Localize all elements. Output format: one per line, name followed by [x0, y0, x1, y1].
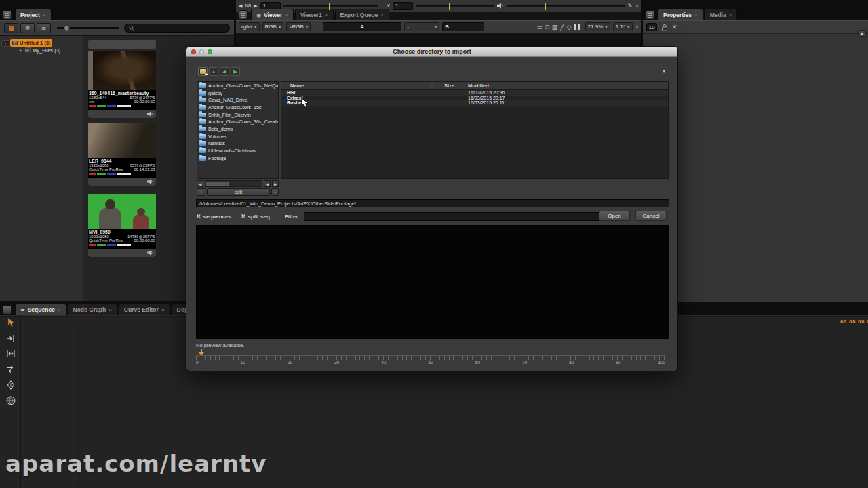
close-icon[interactable]: × — [285, 12, 288, 18]
slider-knob[interactable] — [64, 25, 70, 31]
path-field[interactable]: /Volumes/creative/01_Wip_Demo_Projects/A… — [196, 199, 669, 207]
favorite-item-volumes[interactable]: Volumes — [197, 133, 278, 140]
add-favorite-button[interactable]: + — [197, 188, 205, 196]
clip-audio-bar[interactable] — [88, 249, 156, 257]
edit-favorite-button[interactable]: edit — [207, 188, 270, 196]
zoom-select[interactable]: 21.9%▾ — [585, 22, 610, 31]
tab-viewer[interactable]: ◉Viewer× — [251, 9, 294, 20]
wipe-icon[interactable]: ▨ — [552, 24, 558, 30]
slider-tick[interactable] — [545, 3, 546, 10]
tab-sequence[interactable]: ≣Sequence× — [15, 304, 66, 315]
playback-slider[interactable] — [507, 1, 625, 11]
channels-select[interactable]: rgba▾ — [239, 22, 260, 31]
panel-collapse-icon[interactable]: ▲ — [858, 30, 866, 37]
import-icon[interactable]: ↓ — [1, 40, 9, 47]
clear-panels-icon[interactable]: ✕ — [672, 24, 677, 30]
gamma-slider[interactable] — [416, 1, 494, 11]
monitor-out-icon[interactable]: ▭ — [537, 24, 543, 30]
panel-menu-icon[interactable] — [3, 305, 12, 314]
tab-node-graph[interactable]: Node Graph× — [68, 304, 117, 315]
new-folder-button[interactable] — [198, 67, 208, 76]
layer-select[interactable]: RGB▾ — [262, 22, 284, 31]
close-icon[interactable]: × — [108, 307, 112, 313]
scroll-left-icon[interactable]: ◀ — [197, 180, 203, 187]
favorites-hscrollbar[interactable]: ◀ ◀ ▶ — [197, 180, 279, 187]
close-icon[interactable]: × — [161, 307, 165, 313]
favorite-item-cows-nab-drive[interactable]: Cows_NAB_Drive — [197, 96, 278, 104]
open-button[interactable]: Open — [599, 211, 630, 221]
sync-globe-button[interactable] — [4, 394, 18, 407]
blend-mode-select[interactable]: -▾ — [404, 22, 439, 31]
preview-ruler[interactable] — [196, 355, 665, 360]
input-a-field[interactable]: A — [323, 22, 401, 31]
bin-row-myfiles[interactable]: + My_Files (3) — [0, 47, 83, 54]
multitool-button[interactable] — [4, 317, 18, 329]
clip-card-ler-9844[interactable]: LER_98441920x1080657f @25FPSQuickTime Pr… — [88, 123, 156, 186]
favorite-item-gatsby[interactable]: gatsby — [197, 89, 278, 97]
thumbnail-view-button[interactable]: ▦ — [4, 23, 18, 33]
close-icon[interactable]: × — [43, 12, 46, 18]
cancel-button[interactable]: Cancel — [635, 211, 667, 221]
favorite-item-nandos[interactable]: Nandos — [197, 140, 278, 148]
slider-tick[interactable] — [449, 3, 450, 10]
expander-icon[interactable]: + — [19, 48, 22, 53]
split-seq-checkbox[interactable]: ✕ — [241, 213, 246, 220]
gain-slider[interactable] — [283, 1, 378, 11]
remove-favorite-button[interactable]: - — [271, 188, 279, 196]
format-frame-icon[interactable]: □ — [545, 24, 549, 30]
slash-overlay-icon[interactable]: ╱ — [560, 24, 564, 30]
favorite-item-beta-demo[interactable]: Beta_demo — [197, 125, 278, 133]
file-row-bg[interactable]: BG/16/03/2015 20:36 — [281, 90, 668, 96]
dialog-titlebar[interactable]: Choose directory to import — [186, 47, 677, 57]
scrollbar-track[interactable] — [205, 180, 262, 187]
thumbnail-size-slider[interactable] — [57, 23, 119, 33]
clip-card-mvi-0950[interactable]: MVI_09501920x10801478f @25FPSQuickTime P… — [88, 194, 156, 257]
slide-button[interactable] — [4, 363, 18, 375]
tab-viewer1[interactable]: Viewer1× — [295, 9, 334, 20]
scroll-right-icon[interactable]: ▶ — [272, 180, 279, 187]
favorite-item-littlewoods-christmas[interactable]: Littlewoods-Christmas — [197, 147, 278, 155]
collapse-icon[interactable]: » — [633, 4, 639, 7]
move-trim-button[interactable] — [4, 332, 18, 344]
close-icon[interactable]: × — [380, 12, 384, 18]
scrollbar-thumb[interactable] — [206, 182, 229, 186]
scroll-left-icon[interactable]: ◀ — [264, 180, 271, 187]
roi-icon[interactable]: ◇ — [567, 24, 572, 30]
clip-thumbnail[interactable] — [88, 51, 156, 90]
close-icon[interactable]: × — [694, 12, 698, 18]
collapse-icon[interactable]: » — [633, 25, 639, 28]
clip-card-360-140416-masterbeauty[interactable]: 360_140416_masterbeauty1280x544573f @24F… — [88, 51, 156, 118]
proxy-select[interactable]: 1:1*▾ — [613, 22, 633, 31]
tab-media[interactable]: Media× — [705, 9, 738, 20]
close-icon[interactable]: × — [729, 12, 732, 18]
forward-button[interactable]: ▶ — [231, 67, 240, 76]
tab-properties[interactable]: Properties× — [658, 9, 703, 20]
search-box[interactable] — [124, 24, 230, 33]
search-input[interactable] — [136, 24, 225, 32]
slip-button[interactable] — [4, 348, 18, 360]
favorite-item-footage[interactable]: Footage — [197, 155, 278, 162]
file-row-rushes[interactable]: Rushes/16/03/2015 20:11 — [281, 100, 668, 106]
tab-export-queue[interactable]: Export Queue× — [335, 9, 389, 20]
bin-row-untitled[interactable]: ↓ Untitled 1 (3) — [0, 39, 83, 47]
detail-view-button[interactable]: ▦ — [20, 23, 35, 33]
clip-thumbnail[interactable] — [88, 194, 156, 229]
input-b-field[interactable]: B — [442, 22, 484, 31]
favorite-item-anchor-glasscows-30s-creativ[interactable]: Anchor_GlassCows_30s_Creativ — [197, 118, 278, 125]
filter-input[interactable] — [304, 212, 601, 221]
panel-menu-icon[interactable] — [239, 10, 248, 20]
close-icon[interactable]: × — [58, 307, 61, 313]
razor-button[interactable] — [4, 379, 18, 391]
sequences-checkbox[interactable]: ✕ — [196, 213, 201, 220]
lut-select[interactable]: sRGB▾ — [286, 22, 311, 31]
panel-menu-icon[interactable] — [3, 10, 12, 20]
slider-tick[interactable] — [329, 3, 330, 10]
lock-icon[interactable] — [661, 24, 668, 31]
tab-curve-editor[interactable]: Curve Editor× — [119, 304, 170, 315]
tab-project[interactable]: Project × — [15, 9, 52, 20]
column-name[interactable]: Name — [290, 83, 304, 89]
column-size[interactable]: Size — [444, 83, 454, 89]
back-button[interactable]: ◀ — [220, 67, 229, 76]
dialog-menu-icon[interactable]: ▾ — [663, 68, 665, 74]
clip-thumbnail[interactable] — [88, 123, 156, 158]
